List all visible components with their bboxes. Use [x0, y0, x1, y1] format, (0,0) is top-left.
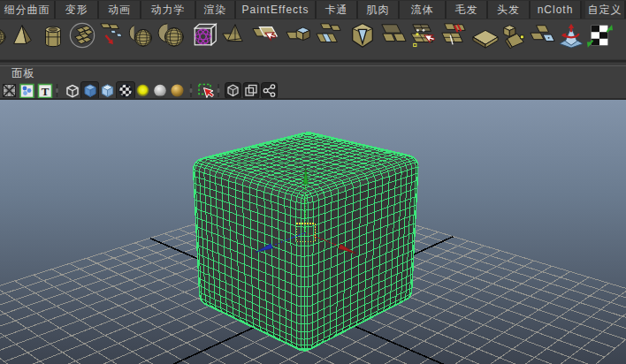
svg-text:T: T: [42, 85, 50, 98]
